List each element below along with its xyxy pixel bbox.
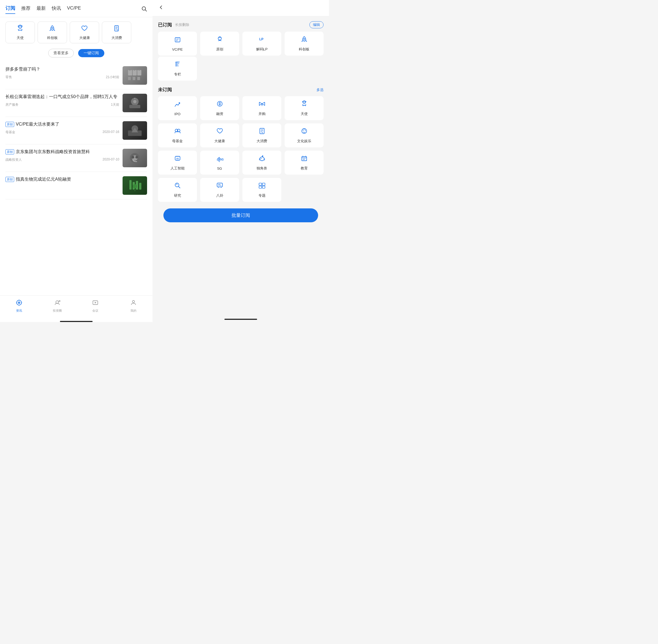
news-meta: 母基金 2020-07-16: [5, 130, 119, 135]
unsubscribed-item-consume[interactable]: ¥ 大消费: [242, 123, 281, 147]
news-time: 21小时前: [106, 75, 119, 79]
subscribed-item-original[interactable]: 原创: [200, 31, 239, 55]
bottom-nav-meeting[interactable]: 会议: [76, 298, 114, 314]
keychuang-sub-icon: [300, 36, 308, 45]
unsubscribed-item-special[interactable]: 专题: [242, 178, 281, 202]
unsubscribed-item-culture[interactable]: 文化娱乐: [285, 123, 324, 147]
svg-rect-15: [137, 77, 140, 80]
bottom-nav-invest-label: 投资圈: [53, 309, 62, 313]
svg-point-27: [132, 156, 134, 159]
sub-card-health[interactable]: 大健康: [70, 22, 99, 43]
news-item[interactable]: 原创 指真生物完成近亿元A轮融资: [5, 172, 147, 200]
news-item[interactable]: 拼多多雪崩了吗？ 零售 21小时前: [5, 62, 147, 89]
svg-rect-89: [259, 186, 262, 188]
top-nav: 订阅 推荐 最新 快讯 VC/PE: [0, 0, 152, 17]
svg-point-64: [305, 130, 306, 131]
bottom-nav-news[interactable]: 资讯: [0, 298, 38, 314]
news-content: 原创 VC/PE最大活水要来了 母基金 2020-07-16: [5, 121, 119, 135]
unsubscribed-item-merge[interactable]: 并购: [242, 96, 281, 120]
unsubscribed-label-ai: 人工智能: [170, 166, 185, 171]
nav-item-subscribe[interactable]: 订阅: [5, 5, 15, 14]
bottom-nav-mine[interactable]: 我的: [114, 298, 152, 314]
news-item[interactable]: 长租公寓暴雷潮迭起：一口气成立50个品牌，招聘1万人专 房产服务 1天前: [5, 89, 147, 117]
bottom-nav-meeting-label: 会议: [92, 309, 98, 313]
nav-item-news[interactable]: 快讯: [52, 5, 61, 14]
unsubscribed-label-culture: 文化娱乐: [297, 139, 311, 143]
subscribed-label-keychuang: 科创板: [299, 47, 309, 52]
news-item[interactable]: 原创 VC/PE最大活水要来了 母基金 2020-07-16: [5, 117, 147, 144]
consume-unsub-icon: ¥: [258, 127, 266, 137]
batch-subscribe-button[interactable]: 批量订阅: [163, 208, 318, 222]
svg-rect-14: [133, 77, 135, 80]
news-category: 零售: [5, 75, 12, 79]
bottom-nav-invest[interactable]: 投资圈: [38, 298, 76, 314]
unsubscribed-item-ai[interactable]: AI 人工智能: [158, 151, 197, 175]
back-button[interactable]: [158, 4, 164, 12]
subscribed-label-original: 原创: [216, 47, 223, 52]
unsubscribed-item-health[interactable]: 大健康: [200, 123, 239, 147]
unsubscribed-item-education[interactable]: 教育: [285, 151, 324, 175]
view-more-button[interactable]: 查看更多: [48, 49, 74, 58]
rocket-icon: [48, 24, 56, 34]
unsubscribed-item-angel[interactable]: 天使: [285, 96, 324, 120]
right-panel: 已订阅 长按删除 编辑 VC/PE: [152, 0, 329, 322]
heart-icon: [80, 24, 88, 34]
sub-card-consume[interactable]: ¥ 大消费: [102, 22, 131, 43]
bottom-nav-news-label: 资讯: [16, 309, 22, 313]
original-icon: [216, 36, 224, 45]
unsubscribed-item-fund[interactable]: 母基金: [158, 123, 197, 147]
nav-item-latest[interactable]: 最新: [37, 5, 46, 14]
subscribed-item-vcpe[interactable]: VC/PE: [158, 31, 197, 55]
unsubscribed-item-gossip[interactable]: 八卦: [200, 178, 239, 202]
subscribed-section-header: 已订阅 长按删除 编辑: [158, 16, 324, 31]
news-thumbnail: [122, 149, 147, 167]
svg-rect-84: [217, 183, 222, 187]
unsubscribed-item-5g[interactable]: 5G 5G: [200, 151, 239, 175]
merge-icon: [258, 100, 266, 109]
subscribed-item-lp[interactable]: LP 解码LP: [242, 31, 281, 55]
meeting-nav-icon: [92, 299, 99, 307]
news-title: 拼多多雪崩了吗？: [5, 66, 119, 72]
svg-rect-17: [134, 69, 135, 71]
unsubscribed-label-merge: 并购: [258, 111, 265, 116]
financing-icon: [216, 100, 224, 109]
sub-card-keychuang[interactable]: 科创板: [38, 22, 67, 43]
news-category: 房产服务: [5, 102, 19, 107]
edit-button[interactable]: 编辑: [309, 21, 324, 28]
multi-select-button[interactable]: 多选: [316, 88, 324, 92]
nav-item-recommend[interactable]: 推荐: [21, 5, 30, 14]
right-content: 已订阅 长按删除 编辑 VC/PE: [152, 16, 329, 316]
news-content: 原创 京东集团与京东数科战略投资首旅慧科 战略投资人 2020-07-10: [5, 149, 119, 162]
nav-item-vcpe[interactable]: VC/PE: [67, 5, 81, 13]
news-title: 京东集团与京东数科战略投资首旅慧科: [16, 149, 90, 155]
unsubscribed-label-education: 教育: [301, 166, 308, 171]
invest-nav-icon: [54, 299, 61, 307]
ai-icon: AI: [174, 155, 181, 164]
unsubscribed-item-research[interactable]: 研究: [158, 178, 197, 202]
subscribed-grid: VC/PE 原创 LP: [158, 31, 324, 55]
sub-card-angel[interactable]: 天使: [5, 22, 35, 43]
news-item[interactable]: 原创 京东集团与京东数科战略投资首旅慧科 战略投资人 2020-07-10: [5, 144, 147, 172]
news-category: 战略投资人: [5, 158, 22, 162]
news-meta: 房产服务 1天前: [5, 102, 119, 107]
subscribed-item-column[interactable]: 专栏: [158, 57, 197, 80]
batch-subscribe-container: 批量订阅: [163, 208, 318, 222]
news-thumbnail: [122, 94, 147, 112]
unsubscribed-label-special: 专题: [258, 193, 265, 198]
gossip-icon: [216, 182, 224, 191]
sub-card-consume-label: 大消费: [111, 36, 122, 40]
subscribed-item-keychuang[interactable]: 科创板: [285, 31, 324, 55]
angel-icon: [16, 24, 24, 34]
unsubscribed-item-unicorn[interactable]: 独角兽: [242, 151, 281, 175]
unsubscribed-label-financing: 融资: [216, 111, 223, 116]
news-content: 原创 指真生物完成近亿元A轮融资: [5, 176, 119, 182]
svg-point-50: [303, 39, 305, 40]
original-tag: 原创: [5, 122, 14, 127]
mine-nav-icon: [130, 299, 137, 307]
search-icon[interactable]: [141, 6, 147, 13]
one-click-subscribe-button[interactable]: 一键订阅: [78, 49, 104, 57]
news-tag-row: 原创 VC/PE最大活水要来了: [5, 121, 119, 127]
unsubscribed-item-ipo[interactable]: IPO: [158, 96, 197, 120]
news-thumbnail: [122, 66, 147, 85]
unsubscribed-item-financing[interactable]: 融资: [200, 96, 239, 120]
